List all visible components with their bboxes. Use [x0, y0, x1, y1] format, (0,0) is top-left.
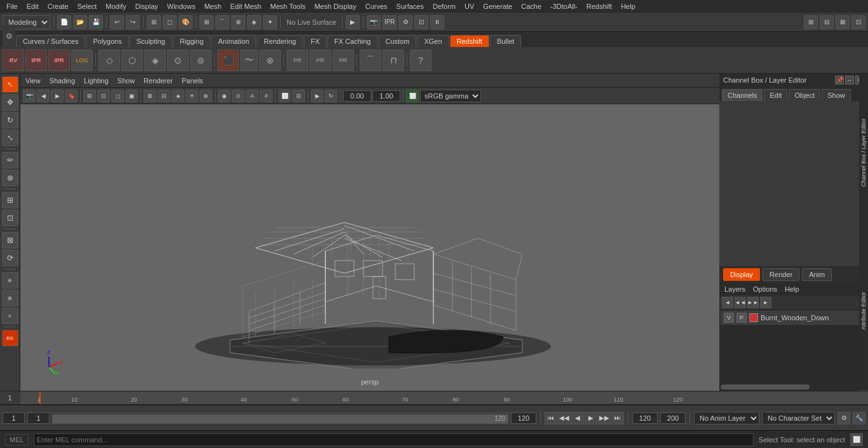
- shelf-icon-cube[interactable]: ⬛: [217, 50, 239, 71]
- shelf-icon-pr3[interactable]: PR: [332, 50, 354, 71]
- max-frame-input[interactable]: [660, 412, 686, 424]
- script-editor-btn[interactable]: ⬜: [850, 433, 863, 446]
- select-tool-btn[interactable]: ↖: [2, 76, 18, 93]
- shelf-icon-help[interactable]: ?: [410, 50, 431, 71]
- layout-btn-3[interactable]: ⊠: [836, 15, 850, 29]
- shelf-icon-bowl[interactable]: ⌒: [360, 50, 381, 71]
- render-region-btn[interactable]: ⊡: [414, 15, 428, 29]
- ipr-btn[interactable]: IPR: [383, 15, 397, 29]
- layer-preset-btn[interactable]: P: [736, 313, 747, 323]
- vp-menu-panels[interactable]: Panels: [179, 76, 206, 86]
- mel-python-toggle[interactable]: MEL: [5, 434, 29, 445]
- menu-3dtoall[interactable]: -3DtoAll-: [546, 1, 581, 11]
- shelf-tab-animation[interactable]: Animation: [211, 35, 256, 47]
- vp-light-btn[interactable]: ☀: [186, 90, 198, 102]
- channel-box-side-label[interactable]: Channel Box / Layer Editor: [859, 74, 868, 232]
- display-tab-render[interactable]: Render: [763, 268, 799, 281]
- shelf-icon-pr2[interactable]: PR: [309, 50, 331, 71]
- shelf-tab-xgen[interactable]: XGen: [417, 35, 449, 47]
- shelf-tab-polygons[interactable]: Polygons: [86, 35, 128, 47]
- range-end-input[interactable]: 120: [511, 412, 536, 424]
- layout-btn-4[interactable]: ⊡: [851, 15, 865, 29]
- vp-menu-renderer[interactable]: Renderer: [141, 76, 175, 86]
- paint-select-btn[interactable]: 🎨: [179, 15, 193, 29]
- shelf-tab-rigging[interactable]: Rigging: [173, 35, 210, 47]
- shelf-settings-btn[interactable]: ⚙: [3, 25, 15, 47]
- shelf-tab-sculpting[interactable]: Sculpting: [130, 35, 172, 47]
- vp-vertex-btn[interactable]: ⊡: [97, 90, 110, 102]
- shelf-icon-shape4[interactable]: ⊙: [167, 50, 189, 71]
- menu-deform[interactable]: Deform: [429, 1, 459, 11]
- vp-next-cam-btn[interactable]: ▶: [51, 90, 64, 102]
- shelf-icon-torus[interactable]: ⊗: [259, 50, 281, 71]
- display-tab-anim[interactable]: Anim: [802, 268, 832, 281]
- menu-mesh-display[interactable]: Mesh Display: [311, 1, 360, 11]
- go-start-btn[interactable]: ⏮: [545, 412, 557, 424]
- cb-tab-channels[interactable]: Channels: [722, 89, 763, 101]
- char-set-dropdown[interactable]: No Character Set: [762, 412, 835, 424]
- menu-uv[interactable]: UV: [461, 1, 478, 11]
- vp-aa-btn[interactable]: A: [246, 90, 259, 102]
- shelf-icon-log[interactable]: LOG: [71, 50, 93, 71]
- vp-shadow-btn[interactable]: ⊗: [200, 90, 212, 102]
- shelf-icon-shape3[interactable]: ◈: [144, 50, 166, 71]
- play-back-btn[interactable]: ◀: [571, 412, 584, 424]
- display-tab-display[interactable]: Display: [723, 268, 760, 281]
- shelf-tab-rendering[interactable]: Rendering: [257, 35, 303, 47]
- render-frame-btn[interactable]: ▶: [346, 15, 360, 29]
- layer-nav-prev2-btn[interactable]: ◄◄: [735, 297, 746, 308]
- shelf-tab-curves-surfaces[interactable]: Curves / Surfaces: [16, 35, 85, 47]
- select-mode-btn[interactable]: ⊞: [147, 15, 161, 29]
- range-slider-thumb[interactable]: [53, 414, 508, 423]
- shelf-icon-pr1[interactable]: PR: [287, 50, 308, 71]
- menu-generate[interactable]: Generate: [479, 1, 516, 11]
- vp-smooth-wire-btn[interactable]: ⊟: [158, 90, 170, 102]
- shelf-icon-ipr[interactable]: IPR: [48, 50, 70, 71]
- vp-xray-btn[interactable]: ⊙: [232, 90, 245, 102]
- menu-create[interactable]: Create: [44, 1, 72, 11]
- shelf-icon-shape5[interactable]: ⊚: [190, 50, 212, 71]
- menu-mesh[interactable]: Mesh: [200, 1, 225, 11]
- timeline[interactable]: 1 1 10 20 30 40 50 60 70 80 90 100 110 1…: [0, 391, 868, 405]
- rs-tool-btn[interactable]: RS: [2, 330, 18, 346]
- vp-loop-btn[interactable]: ↻: [325, 90, 337, 102]
- vp-hud-btn[interactable]: ⊟: [292, 90, 305, 102]
- layer-visibility-btn[interactable]: V: [724, 313, 734, 323]
- undo-btn[interactable]: ↩: [110, 15, 124, 29]
- layer-scrollbar-h[interactable]: [719, 383, 868, 391]
- save-file-btn[interactable]: 💾: [89, 15, 103, 29]
- menu-file[interactable]: File: [3, 1, 22, 11]
- snap-tool-btn[interactable]: ⊠: [2, 232, 18, 248]
- color-space-dropdown[interactable]: sRGB gamma: [420, 90, 481, 102]
- layout-btn-1[interactable]: ⊞: [804, 15, 818, 29]
- layers-menu-layers[interactable]: Layers: [722, 284, 748, 294]
- snap-curve-btn[interactable]: ⌒: [215, 15, 229, 29]
- vp-textured-btn[interactable]: ◈: [172, 90, 184, 102]
- custom-tool-2[interactable]: ⊕: [2, 170, 18, 186]
- new-file-btn[interactable]: 📄: [57, 15, 71, 29]
- vp-isolate-btn[interactable]: ◉: [218, 90, 231, 102]
- snap-surface-btn[interactable]: ◈: [247, 15, 261, 29]
- step-back-btn[interactable]: ◀◀: [558, 412, 571, 424]
- vp-grid-btn[interactable]: #: [260, 90, 273, 102]
- shelf-icon-rv[interactable]: RV: [3, 50, 24, 71]
- menu-modify[interactable]: Modify: [102, 1, 130, 11]
- menu-edit[interactable]: Edit: [23, 1, 43, 11]
- menu-surfaces[interactable]: Surfaces: [393, 1, 428, 11]
- vp-edge-btn[interactable]: ◻: [111, 90, 124, 102]
- menu-edit-mesh[interactable]: Edit Mesh: [226, 1, 265, 11]
- menu-display[interactable]: Display: [132, 1, 162, 11]
- layer-nav-next-btn[interactable]: ►: [760, 297, 771, 308]
- vp-select-mask-btn[interactable]: ⊞: [83, 90, 96, 102]
- shelf-icon-shape1[interactable]: ◇: [98, 50, 120, 71]
- component-mode-btn[interactable]: ⊞: [2, 192, 18, 208]
- vp-wireframe-btn[interactable]: ⊠: [144, 90, 156, 102]
- vp-bookmark-btn[interactable]: 🔖: [65, 90, 78, 102]
- lasso-select-btn[interactable]: ◻: [163, 15, 177, 29]
- current-frame-input[interactable]: 1: [3, 412, 25, 424]
- vp-prev-cam-btn[interactable]: ◀: [37, 90, 50, 102]
- custom-tool-1[interactable]: ✏: [2, 152, 18, 168]
- vp-menu-view[interactable]: View: [23, 76, 43, 86]
- cb-minimize-btn[interactable]: –: [845, 76, 854, 85]
- char-set-settings-btn[interactable]: ⚙: [837, 412, 850, 424]
